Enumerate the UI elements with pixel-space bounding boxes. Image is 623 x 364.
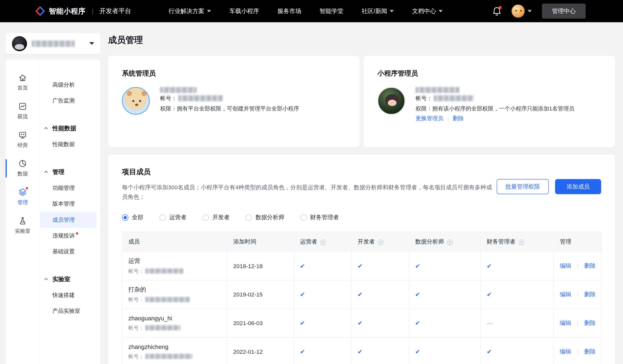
delete-link[interactable]: 删除 bbox=[584, 291, 596, 297]
nav-item-smart-academy[interactable]: 智能学堂 bbox=[320, 7, 343, 15]
card-title: 系统管理员 bbox=[122, 69, 346, 78]
nav-item-label: 车载小程序 bbox=[229, 7, 259, 15]
edit-link[interactable]: 编辑 bbox=[560, 291, 572, 297]
home-icon bbox=[18, 74, 27, 82]
delete-link[interactable]: 删除 bbox=[584, 320, 596, 326]
edit-link[interactable]: 编辑 bbox=[560, 348, 572, 354]
members-table: 成员 添加时间 运营者? 开发者? 数据分析师? 财务管理者? 管理 运营 帐号… bbox=[122, 231, 602, 364]
chevron-down-icon bbox=[207, 10, 211, 12]
filter-data-analyst[interactable]: 数据分析师 bbox=[245, 214, 284, 221]
menu-item-performance-data[interactable]: 性能数据 bbox=[40, 137, 97, 152]
help-icon[interactable]: ? bbox=[320, 239, 326, 246]
rail-item-label: 首页 bbox=[18, 85, 28, 92]
nav-item-label: 行业解决方案 bbox=[169, 7, 204, 15]
filter-finance-manager[interactable]: 财务管理者 bbox=[300, 214, 339, 221]
menu-item-quick-build[interactable]: 快速搭建 bbox=[40, 287, 97, 303]
chevron-down-icon bbox=[528, 10, 532, 12]
top-navbar: 智能小程序 ｜ 开发者平台 行业解决方案 车载小程序 服务市场 智能学堂 社区/… bbox=[0, 0, 623, 22]
rail-item-lab[interactable]: 实验室 bbox=[6, 211, 40, 240]
nav-item-label: 智能学堂 bbox=[320, 7, 343, 15]
menu-group-header-lab[interactable]: 实验室 bbox=[40, 271, 100, 287]
account-label: 帐号： bbox=[160, 93, 177, 103]
nav-item-doc-center[interactable]: 文档中心 bbox=[412, 7, 443, 15]
sidebar-rail: 首页 获流 经营 bbox=[6, 59, 40, 364]
member-account: 帐号： bbox=[128, 353, 227, 360]
menu-item-function-management[interactable]: 功能管理 bbox=[40, 180, 97, 196]
chevron-up-icon bbox=[44, 171, 48, 173]
check-icon: ✔ bbox=[357, 319, 362, 326]
filter-developer[interactable]: 开发者 bbox=[202, 214, 230, 221]
check-icon: ✔ bbox=[357, 348, 362, 355]
menu-item-label: 产品实验室 bbox=[53, 308, 80, 315]
menu-group-header-management[interactable]: 管理 bbox=[40, 164, 100, 180]
delete-link[interactable]: 删除 bbox=[584, 262, 596, 269]
divider: | bbox=[577, 263, 578, 269]
rail-item-label: 获流 bbox=[18, 113, 28, 120]
sidebar: 首页 获流 经营 bbox=[6, 59, 100, 364]
filter-all[interactable]: 全部 bbox=[122, 214, 143, 221]
redacted-text bbox=[434, 95, 474, 101]
menu-group-title: 实验室 bbox=[53, 275, 70, 283]
menu-item-label: 快速搭建 bbox=[53, 292, 75, 299]
col-operator: 运营者? bbox=[294, 232, 351, 252]
menu-item-version-management[interactable]: 版本管理 bbox=[40, 196, 97, 212]
app-viewport: 智能小程序 ｜ 开发者平台 行业解决方案 车载小程序 服务市场 智能学堂 社区/… bbox=[0, 0, 623, 364]
menu-item-label: 性能数据 bbox=[53, 141, 75, 148]
rail-item-management[interactable]: 管理 bbox=[6, 183, 40, 211]
check-icon: ✔ bbox=[415, 291, 420, 298]
edit-link[interactable]: 编辑 bbox=[560, 320, 572, 326]
workspace-selector[interactable] bbox=[6, 33, 100, 54]
table-row: 打杂的 帐号： 2019-02-15 ✔ ✔ ✔ ✔ 编辑 | 删除 bbox=[122, 280, 601, 309]
check-icon: ✔ bbox=[415, 348, 420, 355]
divider: | bbox=[447, 116, 449, 122]
menu-item-label: 功能管理 bbox=[53, 185, 75, 192]
rail-item-operation[interactable]: 经营 bbox=[6, 126, 40, 154]
radio-icon bbox=[122, 214, 128, 220]
storefront-icon bbox=[18, 131, 27, 139]
rail-item-data[interactable]: 数据 bbox=[6, 154, 40, 183]
notification-bell-icon[interactable] bbox=[493, 7, 501, 16]
admin-name-redacted bbox=[416, 87, 574, 93]
menu-item-violation-complaints[interactable]: 违规投诉 bbox=[40, 228, 97, 244]
sidebar-submenu: 高级分析 广告监测 性能数据 性能数据 管理 bbox=[40, 59, 100, 364]
table-row: 运营 帐号： 2018-12-18 ✔ ✔ ✔ ✔ 编辑 | 删除 bbox=[122, 252, 601, 280]
menu-item-basic-settings[interactable]: 基础设置 bbox=[40, 244, 97, 260]
admin-permission-text: 权限：拥有该小程序的全部权限，一个小程序只能添加1名管理员 bbox=[416, 103, 574, 113]
member-date: 2019-02-15 bbox=[227, 280, 294, 309]
menu-item-member-management[interactable]: 成员管理 bbox=[40, 212, 97, 228]
user-avatar-menu[interactable] bbox=[511, 4, 532, 18]
notification-badge bbox=[499, 6, 502, 9]
nav-item-label: 服务市场 bbox=[277, 7, 301, 15]
brand[interactable]: 智能小程序 ｜ 开发者平台 bbox=[35, 6, 131, 16]
batch-permissions-button[interactable]: 批量管理权限 bbox=[497, 179, 549, 194]
nav-item-car-miniprogram[interactable]: 车载小程序 bbox=[229, 7, 259, 15]
system-admin-card: 系统管理员 帐号： 权限：拥有平台全部权限，可创建并管理平台全部小程序 bbox=[108, 56, 359, 147]
menu-item-advanced-analysis[interactable]: 高级分析 bbox=[40, 77, 97, 93]
nav-item-service-market[interactable]: 服务市场 bbox=[277, 7, 301, 15]
menu-item-product-lab[interactable]: 产品实验室 bbox=[40, 303, 97, 319]
line-chart-icon bbox=[18, 102, 27, 111]
nav-item-community-news[interactable]: 社区/新闻 bbox=[362, 7, 394, 15]
delete-link[interactable]: 删除 bbox=[584, 348, 596, 354]
help-icon[interactable]: ? bbox=[378, 239, 384, 246]
nav-item-industry-solutions[interactable]: 行业解决方案 bbox=[169, 7, 211, 15]
menu-item-ad-monitor[interactable]: 广告监测 bbox=[40, 93, 97, 109]
rail-item-home[interactable]: 首页 bbox=[6, 68, 40, 97]
menu-item-label: 广告监测 bbox=[53, 97, 75, 104]
menu-group-header-performance[interactable]: 性能数据 bbox=[40, 120, 100, 137]
help-icon[interactable]: ? bbox=[447, 239, 453, 246]
filter-operator[interactable]: 运营者 bbox=[159, 214, 186, 221]
rail-item-traffic[interactable]: 获流 bbox=[6, 97, 40, 126]
delete-admin-link[interactable]: 删除 bbox=[453, 115, 464, 122]
col-date: 添加时间 bbox=[227, 232, 294, 252]
member-name: zhangzhicheng bbox=[128, 343, 227, 350]
check-icon: ✔ bbox=[300, 348, 305, 355]
help-icon[interactable]: ? bbox=[518, 239, 524, 246]
admin-center-button[interactable]: 管理中心 bbox=[542, 4, 586, 19]
change-admin-link[interactable]: 更换管理员 bbox=[416, 115, 443, 122]
role-filter-group: 全部 运营者 开发者 数据分析师 财务管理者 bbox=[122, 214, 601, 221]
chevron-down-icon bbox=[390, 10, 394, 12]
col-developer: 开发者? bbox=[351, 232, 409, 252]
edit-link[interactable]: 编辑 bbox=[560, 262, 572, 269]
add-member-button[interactable]: 添加成员 bbox=[555, 179, 601, 194]
